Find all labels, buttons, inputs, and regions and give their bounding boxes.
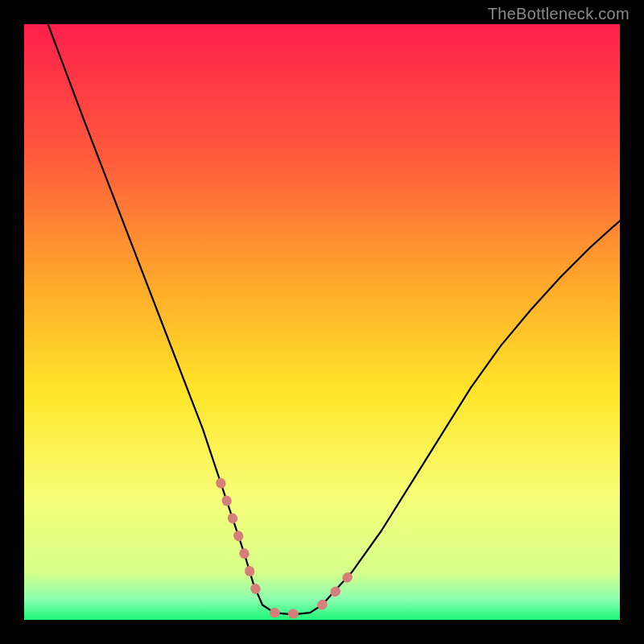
chart-canvas: TheBottleneck.com xyxy=(0,0,644,644)
plot-background xyxy=(24,24,620,620)
chart-svg xyxy=(0,0,644,644)
watermark-text: TheBottleneck.com xyxy=(488,5,630,23)
